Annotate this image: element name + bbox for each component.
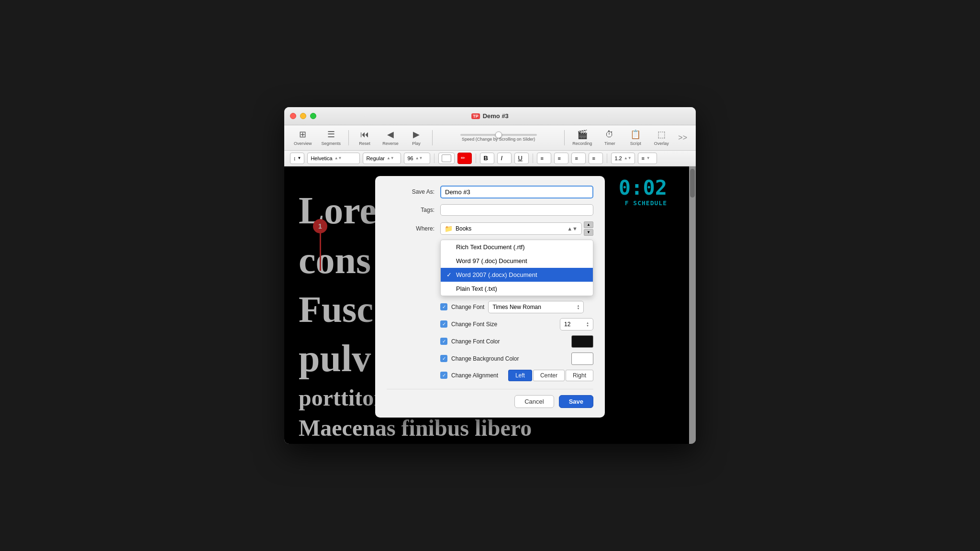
titlebar: TP Demo #3 (284, 107, 696, 125)
fmt-sep-3 (533, 154, 533, 163)
save-as-label: Save As: (387, 188, 434, 195)
cancel-button[interactable]: Cancel (514, 395, 554, 408)
style-selector[interactable]: Regular ▲▼ (363, 153, 401, 164)
dropdown-container: Rich Text Document (.rtf) Word 97 (.doc)… (440, 240, 593, 296)
align-center-button[interactable]: Center (533, 370, 565, 381)
align-right-icon: ≡ (575, 155, 578, 161)
size-down-arrow: ▼ (586, 324, 589, 327)
doc-label: Word 97 (.doc) Document (456, 257, 527, 264)
change-font-color-checkbox[interactable]: ✓ (440, 338, 447, 345)
font-color-swatch[interactable] (571, 335, 593, 348)
change-alignment-label: Change Alignment (451, 372, 498, 379)
close-button[interactable] (290, 113, 296, 119)
bg-color-swatch[interactable] (571, 353, 593, 365)
font-selector[interactable]: Helvetica ▲▼ (307, 153, 360, 164)
color-button[interactable] (438, 153, 455, 164)
line-height-value: 1.2 (614, 155, 622, 161)
line-height-selector[interactable]: 1.2 ▲▼ (611, 153, 635, 164)
size-value: 96 (407, 155, 413, 161)
toolbar-overlay[interactable]: ⬚ Overlay (649, 128, 673, 147)
align-justify-icon: ≡ (592, 155, 595, 161)
where-arrow: ▲▼ (567, 226, 578, 231)
align-left-icon: ≡ (540, 155, 543, 161)
toolbar-script[interactable]: 📋 Script (624, 128, 647, 147)
list-arrow: ▼ (646, 156, 650, 160)
dropdown-item-txt[interactable]: Plain Text (.txt) (441, 282, 593, 296)
dropdown-menu[interactable]: Rich Text Document (.rtf) Word 97 (.doc)… (440, 240, 593, 296)
main-window: TP Demo #3 ⊞ Overview ☰ Segments ⏮ Reset… (284, 107, 696, 444)
toolbar-recording[interactable]: 🎬 Recording (568, 128, 596, 147)
font-spinners: ▲ ▼ (577, 304, 579, 310)
fmt-sep-4 (607, 154, 607, 163)
change-font-size-label: Change Font Size (451, 321, 497, 328)
bold-button[interactable]: B (480, 153, 494, 164)
change-bg-color-row: ✓ Change Background Color (387, 353, 593, 365)
size-selector[interactable]: 96 ▲▼ (404, 153, 430, 164)
dropdown-item-docx[interactable]: ✓ Word 2007 (.docx) Document (441, 268, 593, 282)
txt-label: Plain Text (.txt) (456, 285, 497, 292)
minimize-button[interactable] (300, 113, 306, 119)
font-size-selector[interactable]: 12 ▲ ▼ (560, 318, 593, 331)
tags-row: Tags: (387, 204, 593, 216)
change-font-size-checkbox[interactable]: ✓ (440, 320, 447, 328)
toolbar-timer[interactable]: ⏱ Timer (598, 128, 622, 147)
maximize-button[interactable] (310, 113, 316, 119)
tags-input[interactable] (440, 204, 593, 216)
style-arrow: ▲▼ (387, 156, 394, 160)
speed-slider[interactable]: Speed (Change by Scrolling on Slider) (436, 133, 560, 143)
alignment-buttons: Left Center Right (508, 370, 593, 381)
change-font-row: ✓ Change Font Times New Roman ▲ ▼ (387, 301, 593, 313)
where-up-btn[interactable]: ▲ (584, 221, 593, 228)
font-size-value: 12 (564, 321, 570, 328)
toolbar-reverse[interactable]: ◀ Reverse (379, 128, 402, 147)
change-bg-color-checkbox[interactable]: ✓ (440, 355, 447, 362)
toolbar-reset[interactable]: ⏮ Reset (353, 128, 377, 147)
recording-label: Recording (572, 141, 592, 146)
dialog-buttons: Cancel Save (387, 389, 593, 408)
align-right-btn[interactable]: ≡ (571, 153, 586, 164)
align-right-button[interactable]: Right (566, 370, 593, 381)
indent-button[interactable]: ↕ ▼ (290, 153, 304, 164)
save-as-input[interactable] (440, 186, 593, 198)
toolbar-play[interactable]: ▶ Play (404, 128, 428, 147)
align-center-btn[interactable]: ≡ (554, 153, 568, 164)
change-font-checkbox[interactable]: ✓ (440, 303, 447, 310)
font-value-dialog: Times New Roman (492, 304, 541, 310)
pen-button[interactable]: ✏ (457, 153, 472, 164)
tags-label: Tags: (387, 207, 434, 213)
where-value: Books (456, 225, 471, 232)
app-icon: TP (471, 113, 480, 119)
where-down-btn[interactable]: ▼ (584, 229, 593, 236)
where-selector[interactable]: 📁 Books ▲▼ (440, 222, 582, 235)
align-left-btn[interactable]: ≡ (537, 153, 551, 164)
toolbar-more[interactable]: >> (675, 132, 690, 144)
underline-button[interactable]: U (514, 153, 529, 164)
change-alignment-row: ✓ Change Alignment Left Center Right (387, 370, 593, 381)
align-justify-btn[interactable]: ≡ (589, 153, 603, 164)
save-button[interactable]: Save (559, 395, 593, 408)
align-left-button[interactable]: Left (508, 370, 532, 381)
font-value: Helvetica (311, 155, 332, 161)
font-selector-dialog[interactable]: Times New Roman ▲ ▼ (488, 301, 584, 313)
change-font-color-area: ✓ Change Font Color (440, 335, 593, 348)
list-selector[interactable]: ≡ ▼ (638, 153, 657, 164)
indent-arrow: ▼ (298, 156, 301, 160)
change-bg-color-label: Change Background Color (451, 355, 519, 362)
fmt-sep-2 (476, 154, 476, 163)
size-spinners: ▲ ▼ (586, 321, 589, 327)
dropdown-item-rtf[interactable]: Rich Text Document (.rtf) (441, 240, 593, 254)
change-font-area: ✓ Change Font Times New Roman ▲ ▼ (440, 301, 593, 313)
toolbar-overview[interactable]: ⊞ Overview (290, 128, 316, 147)
change-alignment-checkbox[interactable]: ✓ (440, 372, 447, 379)
slider-track[interactable] (460, 134, 537, 136)
folder-icon: 📁 (445, 225, 453, 232)
dialog-overlay: Save As: Tags: Where: 📁 Books (284, 166, 696, 444)
reset-label: Reset (359, 141, 370, 146)
dropdown-item-doc[interactable]: Word 97 (.doc) Document (441, 254, 593, 268)
italic-button[interactable]: I (497, 153, 512, 164)
underline-label: U (518, 154, 522, 162)
toolbar-segments[interactable]: ☰ Segments (318, 128, 345, 147)
where-label: Where: (387, 225, 434, 232)
style-value: Regular (366, 155, 385, 161)
slider-thumb[interactable] (495, 132, 502, 138)
